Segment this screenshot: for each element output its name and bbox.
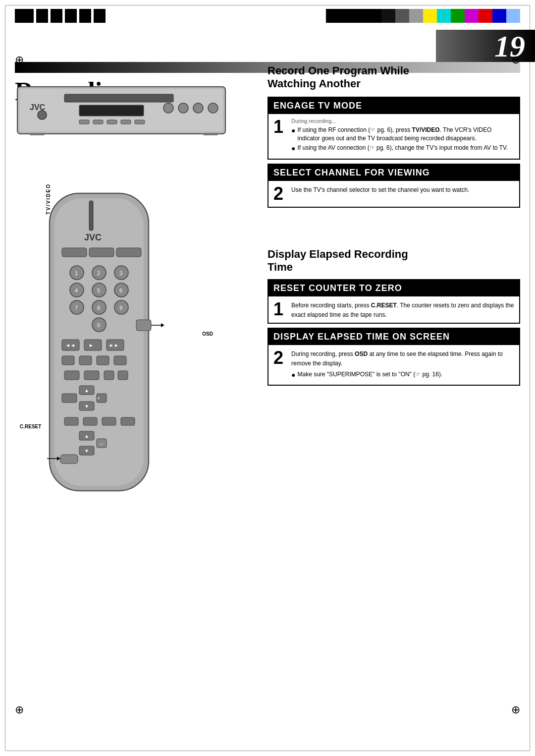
step1-bullet2-text: If using the AV connection (☞ pg. 6), ch… [297,144,508,152]
elapsed-step1-header: RESET COUNTER TO ZERO [268,280,519,296]
svg-text:▲: ▲ [84,388,89,393]
svg-rect-69 [83,417,97,425]
svg-text:JVC: JVC [84,233,102,242]
section1-heading: Record One Program While Watching Anothe… [268,64,520,91]
svg-rect-60 [118,371,128,380]
color-bar-black2 [340,9,354,23]
svg-point-16 [38,111,47,119]
svg-text:6: 6 [119,288,122,293]
elapsed-step2-bullet: ● Make sure "SUPERIMPOSE" is set to "ON"… [291,370,514,379]
color-bar-cyan [437,9,451,23]
svg-rect-15 [203,133,218,135]
elapsed-step1-text: Before recording starts, press C.RESET. … [291,302,514,318]
step1-content: During recording... ● If using the RF co… [291,118,514,155]
svg-rect-53 [62,356,74,365]
color-bar-yellow [423,9,437,23]
svg-text:▼: ▼ [84,448,89,454]
crosshair-br: ⊕ [511,703,520,716]
elapsed-step1-content: Before recording starts, press C.RESET. … [291,300,514,319]
step1-bullet1: ● If using the RF connection (☞ pg. 6), … [291,126,514,143]
svg-point-8 [208,103,218,113]
remote-svg: JVC 1 2 3 4 5 6 7 8 9 0 [30,183,178,501]
svg-rect-65 [62,394,77,403]
step1-number: 1 [273,118,287,136]
svg-rect-12 [121,120,131,124]
svg-text:▲: ▲ [84,433,89,439]
color-bar-red [479,9,492,23]
color-bars-top [326,9,520,23]
vcr-device-area: JVC [15,79,248,144]
page-number: 19 [494,31,525,61]
remote-control-area: TV/VIDEO OSD C.RESET JVC 1 2 3 4 5 [30,183,208,503]
color-bar-black4 [368,9,381,23]
svg-text:8: 8 [97,305,100,311]
svg-text:5: 5 [97,288,100,293]
svg-text:9: 9 [119,305,122,311]
svg-text:1: 1 [75,270,78,276]
svg-rect-57 [64,371,79,380]
svg-text:—: — [99,441,104,446]
step1-header: ENGAGE TV MODE [268,98,519,114]
svg-marker-46 [161,323,164,327]
black-bar [15,9,34,23]
svg-rect-22 [89,248,114,257]
svg-rect-58 [84,371,99,380]
step1-body: 1 During recording... ● If using the RF … [268,114,519,159]
vcr-svg: JVC [15,79,233,139]
svg-rect-59 [104,371,114,380]
svg-rect-21 [62,248,87,257]
svg-rect-4 [79,105,144,116]
bullet-icon-1: ● [291,126,295,135]
svg-rect-11 [107,120,117,124]
step2-content: Use the TV's channel selector to set the… [291,185,514,194]
svg-rect-2 [64,94,173,102]
svg-rect-23 [116,248,141,257]
svg-rect-55 [97,356,109,365]
step2-block: SELECT CHANNEL FOR VIEWING 2 Use the TV'… [268,164,520,208]
elapsed-step2-block: DISPLAY ELAPSED TIME ON SCREEN 2 During … [268,328,520,386]
bullet-icon-3: ● [291,370,295,379]
color-bar-gray [395,9,409,23]
color-bar-dark [381,9,395,23]
elapsed-step1-block: RESET COUNTER TO ZERO 1 Before recording… [268,279,520,324]
color-bar-lgray [409,9,423,23]
elapsed-step1-number: 1 [273,300,287,318]
right-section: Record One Program While Watching Anothe… [268,64,520,212]
elapsed-step2-text: During recording, press OSD at any time … [291,350,503,367]
black-bars-top [15,9,106,23]
svg-rect-9 [79,120,89,124]
step2-body-text: Use the TV's channel selector to set the… [291,186,470,193]
svg-rect-19 [89,201,93,231]
color-bar-blue [492,9,506,23]
elapsed-step2-bullet-text: Make sure "SUPERIMPOSE" is set to "ON" (… [297,370,442,379]
step2-number: 2 [273,185,287,203]
svg-rect-80 [60,455,78,464]
svg-rect-56 [114,356,126,365]
black-bar [51,9,62,23]
section2-heading: Display Elapsed Recording Time [268,248,520,274]
elapsed-section: Display Elapsed Recording Time RESET COU… [268,248,520,390]
svg-point-5 [163,103,173,113]
svg-rect-10 [93,120,103,124]
elapsed-step2-number: 2 [273,349,287,367]
svg-point-6 [178,103,188,113]
svg-text:+: + [97,396,100,401]
step1-block: ENGAGE TV MODE 1 During recording... ● I… [268,97,520,160]
step1-label: During recording... [291,118,514,124]
step2-body: 2 Use the TV's channel selector to set t… [268,181,519,207]
svg-text:0: 0 [97,322,100,328]
svg-text:◄◄: ◄◄ [65,343,75,348]
osd-label: OSD [202,331,213,337]
svg-rect-44 [136,320,151,331]
crosshair-tl: ⊕ [15,54,24,66]
elapsed-step2-content: During recording, press OSD at any time … [291,349,514,381]
svg-rect-68 [64,417,78,425]
black-bar [36,9,48,23]
color-bar-green [451,9,465,23]
color-bar-ltblue [506,9,520,23]
step2-header: SELECT CHANNEL FOR VIEWING [268,165,519,181]
svg-point-7 [193,103,203,113]
svg-rect-13 [135,120,145,124]
svg-rect-70 [102,417,116,425]
creset-label: C.RESET [20,424,41,429]
